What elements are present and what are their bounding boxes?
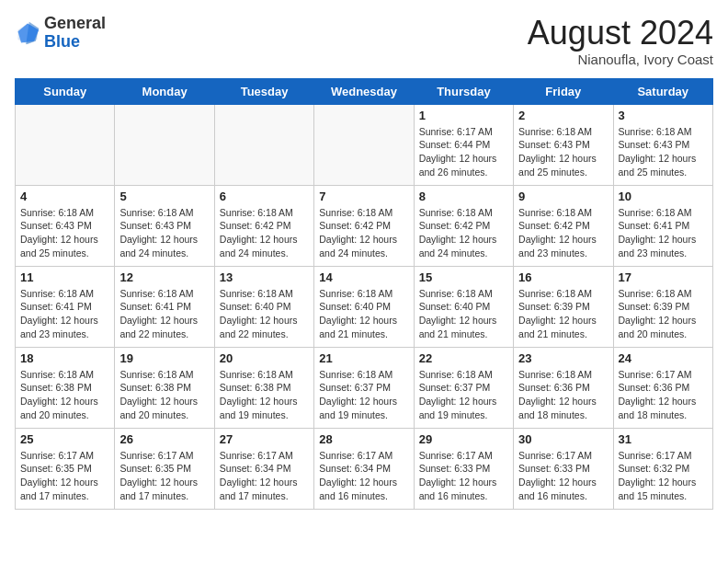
calendar-cell: 28Sunrise: 6:17 AM Sunset: 6:34 PM Dayli… (314, 428, 414, 509)
day-info: Sunrise: 6:18 AM Sunset: 6:43 PM Dayligh… (518, 125, 608, 179)
calendar-cell: 11Sunrise: 6:18 AM Sunset: 6:41 PM Dayli… (16, 266, 115, 347)
calendar-week-row: 11Sunrise: 6:18 AM Sunset: 6:41 PM Dayli… (16, 266, 713, 347)
calendar-cell (16, 104, 115, 185)
day-of-week-header: Saturday (613, 78, 712, 104)
day-info: Sunrise: 6:18 AM Sunset: 6:38 PM Dayligh… (220, 368, 309, 422)
calendar-cell: 29Sunrise: 6:17 AM Sunset: 6:33 PM Dayli… (414, 428, 513, 509)
day-number: 12 (119, 270, 209, 284)
day-number: 5 (119, 190, 209, 203)
location-title: Nianoufla, Ivory Coast (528, 52, 713, 67)
calendar-cell: 5Sunrise: 6:18 AM Sunset: 6:43 PM Daylig… (115, 185, 214, 266)
calendar-cell: 23Sunrise: 6:18 AM Sunset: 6:36 PM Dayli… (514, 347, 613, 428)
day-number: 22 (419, 351, 508, 365)
day-info: Sunrise: 6:18 AM Sunset: 6:38 PM Dayligh… (20, 368, 109, 422)
day-number: 25 (20, 432, 109, 446)
day-info: Sunrise: 6:17 AM Sunset: 6:32 PM Dayligh… (619, 449, 708, 503)
calendar-cell: 26Sunrise: 6:17 AM Sunset: 6:35 PM Dayli… (115, 428, 214, 509)
day-info: Sunrise: 6:17 AM Sunset: 6:35 PM Dayligh… (20, 449, 109, 503)
calendar-cell: 31Sunrise: 6:17 AM Sunset: 6:32 PM Dayli… (613, 428, 712, 509)
day-number: 7 (319, 190, 408, 203)
day-info: Sunrise: 6:18 AM Sunset: 6:40 PM Dayligh… (419, 287, 508, 341)
day-number: 2 (518, 109, 608, 122)
calendar-cell: 1Sunrise: 6:17 AM Sunset: 6:44 PM Daylig… (414, 104, 513, 185)
calendar-cell: 8Sunrise: 6:18 AM Sunset: 6:42 PM Daylig… (414, 185, 513, 266)
calendar-cell (314, 104, 414, 185)
logo: General Blue (15, 15, 106, 52)
day-number: 16 (518, 270, 608, 284)
day-number: 27 (220, 432, 309, 446)
calendar-cell: 9Sunrise: 6:18 AM Sunset: 6:42 PM Daylig… (514, 185, 613, 266)
calendar-week-row: 4Sunrise: 6:18 AM Sunset: 6:43 PM Daylig… (16, 185, 713, 266)
calendar-cell: 12Sunrise: 6:18 AM Sunset: 6:41 PM Dayli… (115, 266, 214, 347)
day-info: Sunrise: 6:17 AM Sunset: 6:33 PM Dayligh… (518, 449, 608, 503)
day-info: Sunrise: 6:18 AM Sunset: 6:36 PM Dayligh… (518, 368, 608, 422)
calendar-cell: 17Sunrise: 6:18 AM Sunset: 6:39 PM Dayli… (613, 266, 712, 347)
month-title: August 2024 (528, 15, 713, 52)
day-number: 8 (419, 190, 508, 203)
calendar-table: SundayMondayTuesdayWednesdayThursdayFrid… (15, 78, 713, 510)
day-info: Sunrise: 6:17 AM Sunset: 6:34 PM Dayligh… (220, 449, 309, 503)
day-number: 13 (220, 270, 309, 284)
calendar-cell: 21Sunrise: 6:18 AM Sunset: 6:37 PM Dayli… (314, 347, 414, 428)
day-number: 11 (20, 270, 109, 284)
day-info: Sunrise: 6:17 AM Sunset: 6:33 PM Dayligh… (419, 449, 508, 503)
day-number: 17 (619, 270, 708, 284)
day-info: Sunrise: 6:18 AM Sunset: 6:41 PM Dayligh… (20, 287, 109, 341)
calendar-week-row: 25Sunrise: 6:17 AM Sunset: 6:35 PM Dayli… (16, 428, 713, 509)
day-number: 10 (619, 190, 708, 203)
calendar-cell: 25Sunrise: 6:17 AM Sunset: 6:35 PM Dayli… (16, 428, 115, 509)
day-info: Sunrise: 6:18 AM Sunset: 6:42 PM Dayligh… (518, 206, 608, 260)
day-info: Sunrise: 6:18 AM Sunset: 6:37 PM Dayligh… (319, 368, 408, 422)
calendar-cell: 10Sunrise: 6:18 AM Sunset: 6:41 PM Dayli… (613, 185, 712, 266)
calendar-cell (214, 104, 313, 185)
day-number: 3 (619, 109, 708, 122)
calendar-cell: 7Sunrise: 6:18 AM Sunset: 6:42 PM Daylig… (314, 185, 414, 266)
day-info: Sunrise: 6:18 AM Sunset: 6:42 PM Dayligh… (319, 206, 408, 260)
day-number: 30 (518, 432, 608, 446)
day-info: Sunrise: 6:18 AM Sunset: 6:38 PM Dayligh… (119, 368, 209, 422)
calendar-week-row: 18Sunrise: 6:18 AM Sunset: 6:38 PM Dayli… (16, 347, 713, 428)
day-info: Sunrise: 6:18 AM Sunset: 6:39 PM Dayligh… (518, 287, 608, 341)
page-header: General Blue August 2024 Nianoufla, Ivor… (15, 15, 713, 67)
day-info: Sunrise: 6:18 AM Sunset: 6:37 PM Dayligh… (419, 368, 508, 422)
day-of-week-header: Friday (514, 78, 613, 104)
calendar-cell: 24Sunrise: 6:17 AM Sunset: 6:36 PM Dayli… (613, 347, 712, 428)
day-number: 28 (319, 432, 408, 446)
day-number: 6 (220, 190, 309, 203)
day-number: 18 (20, 351, 109, 365)
calendar-cell (115, 104, 214, 185)
day-info: Sunrise: 6:18 AM Sunset: 6:42 PM Dayligh… (419, 206, 508, 260)
calendar-header-row: SundayMondayTuesdayWednesdayThursdayFrid… (16, 78, 713, 104)
logo-general-text: General (44, 14, 106, 32)
day-number: 20 (220, 351, 309, 365)
logo-icon (15, 20, 40, 46)
day-info: Sunrise: 6:18 AM Sunset: 6:41 PM Dayligh… (119, 287, 209, 341)
calendar-cell: 2Sunrise: 6:18 AM Sunset: 6:43 PM Daylig… (514, 104, 613, 185)
calendar-cell: 14Sunrise: 6:18 AM Sunset: 6:40 PM Dayli… (314, 266, 414, 347)
day-of-week-header: Tuesday (214, 78, 313, 104)
day-info: Sunrise: 6:18 AM Sunset: 6:40 PM Dayligh… (220, 287, 309, 341)
day-info: Sunrise: 6:18 AM Sunset: 6:40 PM Dayligh… (319, 287, 408, 341)
day-number: 21 (319, 351, 408, 365)
calendar-cell: 16Sunrise: 6:18 AM Sunset: 6:39 PM Dayli… (514, 266, 613, 347)
day-number: 1 (419, 109, 508, 122)
day-info: Sunrise: 6:18 AM Sunset: 6:42 PM Dayligh… (220, 206, 309, 260)
day-of-week-header: Sunday (16, 78, 115, 104)
day-info: Sunrise: 6:18 AM Sunset: 6:39 PM Dayligh… (619, 287, 708, 341)
calendar-cell: 18Sunrise: 6:18 AM Sunset: 6:38 PM Dayli… (16, 347, 115, 428)
day-info: Sunrise: 6:17 AM Sunset: 6:36 PM Dayligh… (619, 368, 708, 422)
day-of-week-header: Thursday (414, 78, 513, 104)
day-info: Sunrise: 6:17 AM Sunset: 6:35 PM Dayligh… (119, 449, 209, 503)
day-of-week-header: Wednesday (314, 78, 414, 104)
day-number: 15 (419, 270, 508, 284)
calendar-cell: 20Sunrise: 6:18 AM Sunset: 6:38 PM Dayli… (214, 347, 313, 428)
day-number: 19 (119, 351, 209, 365)
day-info: Sunrise: 6:18 AM Sunset: 6:41 PM Dayligh… (619, 206, 708, 260)
title-section: August 2024 Nianoufla, Ivory Coast (528, 15, 713, 67)
day-number: 14 (319, 270, 408, 284)
day-number: 26 (119, 432, 209, 446)
day-info: Sunrise: 6:18 AM Sunset: 6:43 PM Dayligh… (20, 206, 109, 260)
day-number: 4 (20, 190, 109, 203)
day-number: 29 (419, 432, 508, 446)
calendar-cell: 19Sunrise: 6:18 AM Sunset: 6:38 PM Dayli… (115, 347, 214, 428)
